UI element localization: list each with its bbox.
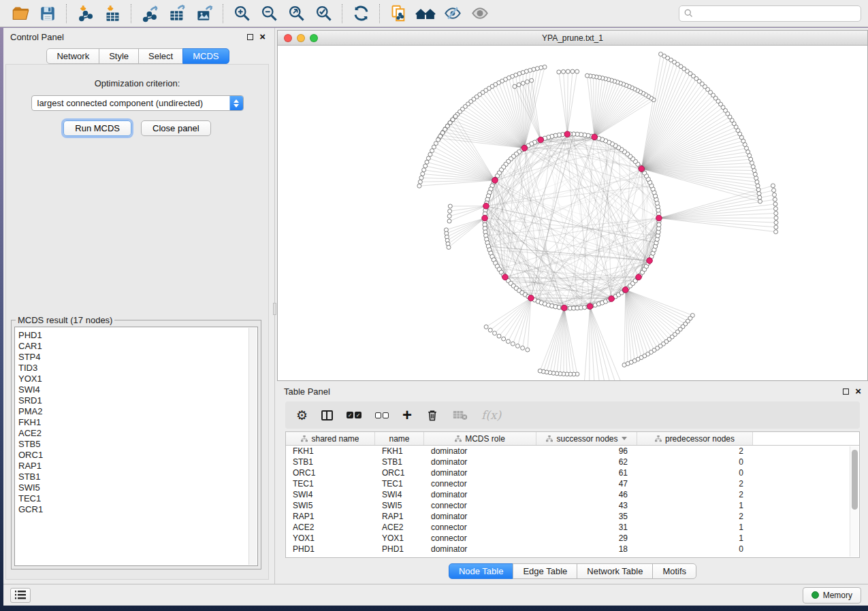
satellite-node[interactable] xyxy=(526,348,530,352)
satellite-node[interactable] xyxy=(448,209,452,213)
zoom-fit-button[interactable] xyxy=(283,2,310,25)
close-table-panel-icon[interactable]: × xyxy=(855,388,861,395)
satellite-node[interactable] xyxy=(506,340,510,344)
mcds-hub-node[interactable] xyxy=(483,203,489,209)
mcds-hub-node[interactable] xyxy=(587,303,593,310)
zoom-window-icon[interactable] xyxy=(310,34,318,42)
mcds-result-item[interactable]: FKH1 xyxy=(18,417,257,428)
network-window-titlebar[interactable]: YPA_prune.txt_1 xyxy=(278,31,867,46)
satellite-node[interactable] xyxy=(570,69,575,73)
column-header-mcds-role[interactable]: MCDS role xyxy=(424,432,536,445)
mcds-result-item[interactable]: SWI5 xyxy=(18,482,257,493)
satellite-node[interactable] xyxy=(430,149,434,153)
mcds-result-item[interactable]: SRD1 xyxy=(18,395,257,406)
table-options-gear-icon[interactable]: ⚙ xyxy=(296,408,308,423)
mcds-result-item[interactable]: TEC1 xyxy=(18,493,257,504)
satellite-node[interactable] xyxy=(515,344,519,348)
table-scrollbar-thumb[interactable] xyxy=(852,450,858,510)
satellite-node[interactable] xyxy=(659,52,663,56)
table-row[interactable]: FKH1FKH1dominator962 xyxy=(286,446,859,457)
satellite-node[interactable] xyxy=(755,180,759,184)
mcds-result-item[interactable]: ACE2 xyxy=(18,428,257,439)
minimize-window-icon[interactable] xyxy=(297,34,305,42)
satellite-node[interactable] xyxy=(530,78,534,82)
tab-mcds[interactable]: MCDS xyxy=(182,48,229,64)
satellite-node[interactable] xyxy=(417,184,421,188)
satellite-node[interactable] xyxy=(752,169,756,173)
ring-node[interactable] xyxy=(657,222,661,227)
satellite-node[interactable] xyxy=(425,160,429,164)
satellite-node[interactable] xyxy=(757,191,761,195)
mcds-result-item[interactable]: GCR1 xyxy=(18,504,257,515)
close-panel-button[interactable]: Close panel xyxy=(141,120,211,136)
satellite-node[interactable] xyxy=(557,70,561,74)
criterion-dropdown[interactable]: largest connected component (undirected) xyxy=(31,95,244,111)
export-network-button[interactable] xyxy=(136,2,163,25)
table-row[interactable]: TEC1TEC1connector472 xyxy=(286,478,859,489)
column-header-successor-nodes[interactable]: successor nodes xyxy=(536,432,637,445)
satellite-node[interactable] xyxy=(419,176,423,180)
table-row[interactable]: SWI5SWI5connector431 xyxy=(286,500,859,511)
mcds-result-item[interactable]: STB5 xyxy=(18,439,257,450)
mcds-hub-node[interactable] xyxy=(609,296,615,302)
delete-column-trash-icon[interactable] xyxy=(425,408,439,422)
satellite-node[interactable] xyxy=(538,369,542,373)
satellite-node[interactable] xyxy=(418,180,422,184)
satellite-node[interactable] xyxy=(622,363,626,367)
satellite-node[interactable] xyxy=(521,81,525,85)
mcds-hub-node[interactable] xyxy=(562,305,568,311)
zoom-out-button[interactable] xyxy=(255,2,283,25)
satellite-node[interactable] xyxy=(511,342,515,346)
satellite-node[interactable] xyxy=(585,73,589,78)
satellite-node[interactable] xyxy=(422,168,426,172)
satellite-node[interactable] xyxy=(447,245,451,249)
satellite-node[interactable] xyxy=(426,156,430,161)
deselect-all-icon[interactable] xyxy=(375,412,389,418)
mcds-list-scrollbar[interactable] xyxy=(248,328,257,565)
satellite-node[interactable] xyxy=(772,188,776,193)
mcds-result-item[interactable]: YOX1 xyxy=(18,374,257,384)
run-mcds-button[interactable]: Run MCDS xyxy=(63,120,131,136)
mcds-hub-node[interactable] xyxy=(538,137,544,143)
mcds-result-item[interactable]: RAP1 xyxy=(18,461,257,472)
satellite-node[interactable] xyxy=(447,214,451,218)
mcds-hub-node[interactable] xyxy=(492,178,498,184)
first-neighbors-button[interactable] xyxy=(412,2,439,25)
mcds-hub-node[interactable] xyxy=(482,215,488,221)
mcds-result-item[interactable]: CAR1 xyxy=(18,341,257,352)
network-graph[interactable] xyxy=(278,46,867,380)
table-row[interactable]: PHD1PHD1dominator180 xyxy=(286,544,859,555)
mcds-hub-node[interactable] xyxy=(647,258,653,264)
table-row[interactable]: STB1STB1dominator620 xyxy=(286,457,859,467)
satellite-node[interactable] xyxy=(774,216,778,220)
satellite-node[interactable] xyxy=(493,331,497,335)
mcds-result-item[interactable]: STP4 xyxy=(18,352,257,363)
column-header-predecessor-nodes[interactable]: predecessor nodes xyxy=(637,432,753,445)
task-history-button[interactable] xyxy=(10,588,31,603)
satellite-node[interactable] xyxy=(543,65,547,69)
float-table-panel-icon[interactable] xyxy=(843,389,849,395)
close-panel-icon[interactable]: × xyxy=(259,33,266,40)
table-row[interactable]: YOX1YOX1connector291 xyxy=(286,533,859,544)
satellite-node[interactable] xyxy=(774,225,778,229)
satellite-node[interactable] xyxy=(774,211,778,215)
mcds-result-item[interactable]: SWI4 xyxy=(18,384,257,395)
satellite-node[interactable] xyxy=(521,346,525,350)
satellite-node[interactable] xyxy=(754,176,758,180)
export-table-button[interactable] xyxy=(163,2,191,25)
satellite-node[interactable] xyxy=(575,69,579,73)
mcds-hub-node[interactable] xyxy=(521,145,528,151)
mcds-hub-node[interactable] xyxy=(592,134,598,140)
satellite-node[interactable] xyxy=(758,199,762,203)
table-scrollbar[interactable] xyxy=(850,446,858,557)
table-row[interactable]: ORC1ORC1dominator610 xyxy=(286,467,859,478)
mcds-hub-node[interactable] xyxy=(564,131,570,137)
mcds-result-item[interactable]: ORC1 xyxy=(18,450,257,461)
show-all-button[interactable] xyxy=(466,2,494,25)
zoom-in-button[interactable] xyxy=(228,2,255,25)
satellite-node[interactable] xyxy=(566,69,570,73)
search-input[interactable] xyxy=(679,5,861,22)
tab-select[interactable]: Select xyxy=(138,48,183,64)
column-header-name[interactable]: name xyxy=(375,432,424,445)
satellite-node[interactable] xyxy=(517,83,521,87)
